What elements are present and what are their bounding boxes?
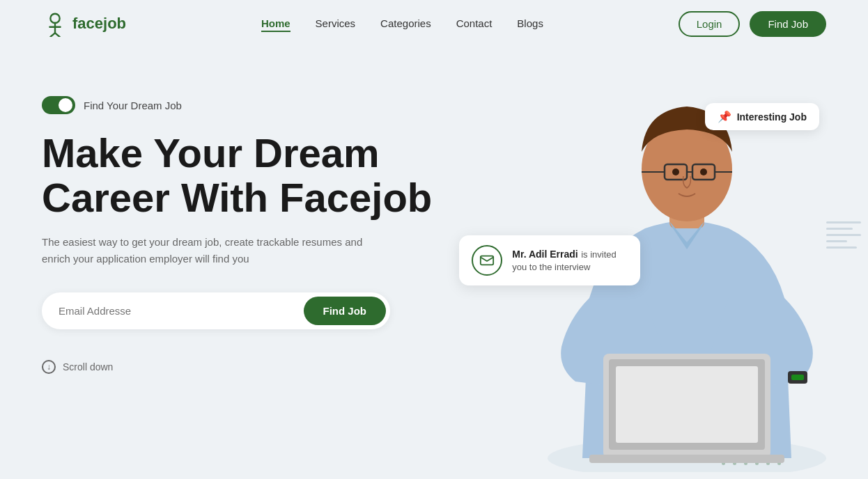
navbar: facejob Home Services Categories Contact… (0, 0, 868, 47)
svg-line-4 (55, 33, 60, 37)
invite-text: Mr. Adil Erradi is invited you to the in… (512, 248, 628, 273)
hero-title-line2: Career With Facejob (42, 175, 432, 220)
nav-services[interactable]: Services (316, 17, 356, 29)
scroll-down[interactable]: ↓ Scroll down (42, 360, 473, 374)
interesting-job-label: Interesting Job (737, 111, 807, 123)
svg-rect-17 (616, 366, 758, 443)
invite-card: Mr. Adil Erradi is invited you to the in… (459, 235, 640, 285)
scroll-down-arrow-icon: ↓ (42, 360, 56, 374)
envelope-icon-wrap (472, 245, 502, 276)
nav-actions: Login Find Job (679, 11, 826, 37)
search-bar: Find Job (42, 292, 390, 329)
logo[interactable]: facejob (42, 10, 126, 37)
svg-line-3 (50, 33, 55, 37)
svg-rect-20 (791, 375, 804, 380)
scroll-down-label: Scroll down (63, 361, 113, 372)
svg-point-0 (50, 14, 59, 23)
svg-point-13 (672, 168, 679, 175)
find-job-nav-button[interactable]: Find Job (750, 11, 826, 37)
nav-home[interactable]: Home (261, 17, 290, 32)
invite-name: Mr. Adil Erradi (512, 249, 578, 260)
logo-text: facejob (72, 15, 126, 33)
hero-left: Find Your Dream Job Make Your Dream Care… (42, 82, 473, 374)
nav-categories[interactable]: Categories (380, 17, 431, 29)
envelope-icon (479, 253, 495, 268)
logo-icon (42, 10, 68, 37)
email-input[interactable] (59, 305, 304, 317)
svg-point-14 (700, 168, 707, 175)
hero-right: 📌 Interesting Job (473, 82, 826, 479)
hero-subtitle: The easiest way to get your dream job, c… (42, 234, 376, 267)
hero-title: Make Your Dream Career With Facejob (42, 131, 473, 220)
dream-job-toggle[interactable] (42, 96, 75, 114)
svg-rect-18 (589, 455, 784, 463)
nav-links: Home Services Categories Contact Blogs (261, 17, 543, 30)
login-button[interactable]: Login (679, 11, 741, 37)
toggle-label: Find Your Dream Job (84, 100, 182, 111)
nav-contact[interactable]: Contact (456, 17, 493, 29)
nav-blogs[interactable]: Blogs (517, 17, 543, 29)
interesting-job-card: 📌 Interesting Job (705, 103, 819, 130)
toggle-row: Find Your Dream Job (42, 96, 473, 114)
hero-title-line1: Make Your Dream (42, 130, 380, 175)
find-job-hero-button[interactable]: Find Job (304, 297, 387, 325)
pin-icon: 📌 (718, 110, 731, 123)
hero-section: Find Your Dream Job Make Your Dream Care… (0, 47, 868, 479)
